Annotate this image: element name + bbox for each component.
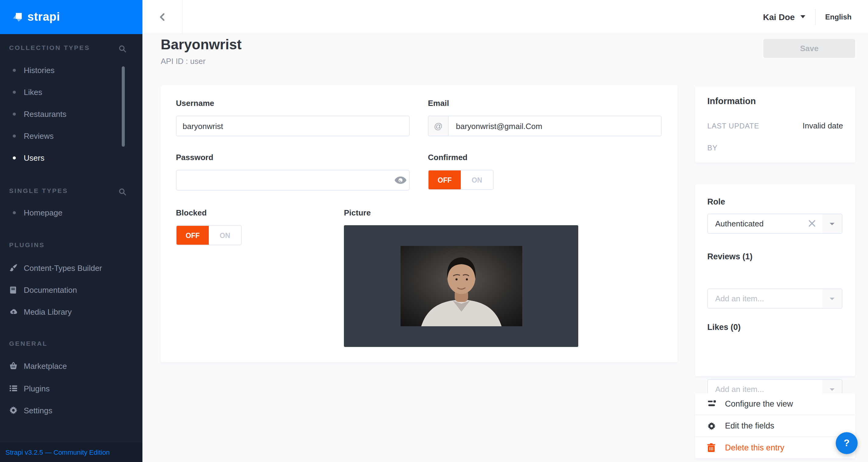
information-card: Information LAST UPDATE Invalid date BY [695,86,855,162]
sidebar-item-reviews[interactable]: Reviews [0,128,143,144]
sidebar-item-likes[interactable]: Likes [0,84,143,100]
email-at-icon: @ [428,116,448,136]
email-label: Email [428,99,449,108]
chevron-down-icon [830,222,835,225]
bullet-icon [13,134,16,137]
sidebar: strapi COLLECTION TYPES Histories Likes … [0,0,143,462]
bullet-icon [13,112,16,115]
sliders-icon [707,399,717,409]
search-icon[interactable] [118,44,127,53]
strapi-logo-icon [12,11,23,23]
sidebar-item-restaurants[interactable]: Restaurants [0,106,143,122]
username-input[interactable] [176,116,410,136]
delete-entry-link[interactable]: Delete this entry [695,437,855,458]
sidebar-item-histories[interactable]: Histories [0,62,143,78]
topbar-right-group: Kai Doe English [763,0,868,33]
sidebar-footer: Strapi v3.2.5 — Community Edition [0,442,143,462]
strapi-logo-text: strapi [27,10,60,24]
list-icon [9,384,18,393]
email-input[interactable] [428,116,662,136]
toggle-off-segment[interactable]: OFF [177,226,209,245]
page-title: Baryonwrist [161,36,242,53]
toggle-off-segment[interactable]: OFF [429,171,461,189]
confirmed-label: Confirmed [428,153,467,162]
section-title-single-types: SINGLE TYPES [9,187,106,194]
reviews-label: Reviews (1) [707,252,753,261]
toggle-on-segment[interactable]: ON [461,171,493,189]
locale-selector[interactable]: English [825,12,851,21]
section-title-plugins: PLUGINS [9,241,106,248]
bullet-icon [13,68,16,71]
eye-icon[interactable] [395,176,407,184]
sidebar-item-settings[interactable]: Settings [0,402,143,418]
strapi-version-link[interactable]: Strapi v3.2.5 — Community Edition [5,442,110,462]
sidebar-brand-header[interactable]: strapi [0,0,143,34]
sidebar-item-homepage[interactable]: Homepage [0,205,143,220]
confirmed-toggle[interactable]: OFF ON [428,170,494,190]
password-label: Password [176,153,213,162]
chevron-left-icon [158,12,166,22]
gear-icon [707,421,717,431]
picture-field[interactable] [344,225,578,347]
paintbrush-icon [9,264,18,272]
sidebar-item-content-types-builder[interactable]: Content-Types Builder [0,260,143,276]
question-mark-icon: ? [844,438,850,449]
chevron-down-icon [800,15,805,18]
last-update-label: LAST UPDATE [707,122,760,130]
basket-icon [9,362,18,370]
search-icon[interactable] [118,187,127,196]
section-title-general: GENERAL [9,340,106,347]
information-title: Information [707,96,756,106]
sidebar-scrollbar[interactable] [122,66,125,147]
save-button[interactable]: Save [763,39,855,58]
role-select[interactable]: Authenticated [707,214,842,234]
reviews-add-placeholder: Add an item... [715,289,764,308]
user-menu[interactable]: Kai Doe [763,12,805,22]
role-label: Role [707,197,725,206]
bullet-icon [13,211,16,214]
password-input[interactable] [176,170,410,190]
select-arrow-zone[interactable] [823,289,842,308]
sidebar-item-plugins[interactable]: Plugins [0,380,143,396]
blocked-toggle[interactable]: OFF ON [176,225,242,245]
role-value: Authenticated [715,214,764,233]
sidebar-item-users[interactable]: Users [0,150,143,165]
chevron-down-icon [830,388,835,391]
select-arrow-zone[interactable] [823,214,842,233]
edit-form-card: Username Email @ Password Confirmed OFF … [161,85,678,362]
picture-label: Picture [344,208,371,217]
page-subtitle: API ID : user [161,57,206,66]
gear-icon [9,406,18,414]
user-name: Kai Doe [763,12,795,22]
sidebar-item-media-library[interactable]: Media Library [0,304,143,319]
bullet-icon [13,90,16,93]
sidebar-item-documentation[interactable]: Documentation [0,282,143,298]
topbar-divider [815,9,815,25]
back-button[interactable] [143,0,183,33]
sidebar-item-marketplace[interactable]: Marketplace [0,358,143,374]
book-icon [9,285,18,294]
reviews-add-select[interactable]: Add an item... [707,288,842,309]
relations-card: Role Authenticated Reviews (1) Add an it… [695,184,855,376]
section-title-collection-types: COLLECTION TYPES [9,44,106,51]
bullet-icon [13,156,16,159]
topbar: Kai Doe English [143,0,868,34]
cloud-upload-icon [9,307,18,316]
screenshot-viewport: strapi COLLECTION TYPES Histories Likes … [0,0,868,462]
chevron-down-icon [830,297,835,300]
likes-label: Likes (0) [707,322,741,332]
help-button[interactable]: ? [836,432,858,454]
toggle-on-segment[interactable]: ON [209,226,241,245]
username-label: Username [176,99,214,108]
user-photo [400,246,522,326]
clear-icon[interactable] [808,219,816,228]
app-window: strapi COLLECTION TYPES Histories Likes … [0,0,868,462]
actions-card: Configure the view Edit the fields [695,393,855,458]
edit-fields-link[interactable]: Edit the fields [695,415,855,436]
blocked-label: Blocked [176,208,207,217]
last-update-value: Invalid date [803,121,843,130]
by-label: BY [707,144,718,152]
trash-icon [707,443,717,453]
configure-view-link[interactable]: Configure the view [695,393,855,414]
